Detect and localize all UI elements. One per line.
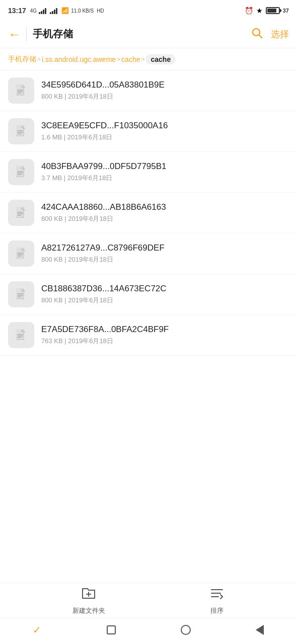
- hd-label: HD: [97, 8, 104, 14]
- battery-level: 37: [283, 8, 289, 14]
- file-icon-wrap: [8, 200, 34, 226]
- list-item[interactable]: CB1886387D36...14A673EC72C 800 KB | 2019…: [0, 274, 297, 315]
- new-folder-button[interactable]: 新建文件夹: [72, 586, 105, 615]
- breadcrumb-item-1[interactable]: i.ss.android.ugc.aweme: [42, 55, 116, 63]
- file-name: A821726127A9...C8796F69DEF: [41, 243, 289, 253]
- file-icon-wrap: [8, 240, 34, 267]
- file-icon: [14, 206, 28, 220]
- file-icon: [14, 287, 28, 301]
- file-meta: 800 KB | 2019年6月18日: [41, 255, 289, 264]
- file-name: 3C8EEA9E5CFD...F1035000A16: [41, 121, 289, 131]
- list-item[interactable]: 3C8EEA9E5CFD...F1035000A16 1.6 MB | 2019…: [0, 111, 297, 152]
- sort-label: 排序: [210, 606, 224, 615]
- sort-icon: [209, 586, 225, 604]
- list-item[interactable]: 424CAAA18860...AB18B6A6163 800 KB | 2019…: [0, 193, 297, 233]
- back-triangle-icon: [256, 625, 264, 635]
- file-info: 34E5956D641D...05A83801B9E 800 KB | 2019…: [41, 80, 289, 101]
- file-icon: [14, 165, 28, 179]
- toolbar: ← 手机存储 选择: [0, 20, 297, 48]
- breadcrumb-sep-1: >: [117, 56, 120, 63]
- search-icon: [251, 27, 263, 39]
- file-name: 34E5956D641D...05A83801B9E: [41, 80, 289, 90]
- file-icon-wrap: [8, 118, 34, 144]
- status-icons: ⏰ ★ 37: [245, 7, 289, 15]
- breadcrumb-item-0[interactable]: 手机存储: [8, 55, 36, 64]
- check-icon: ✓: [33, 624, 41, 636]
- file-icon: [14, 247, 28, 261]
- status-time: 13:17 4G 📶 11.0 KB/S HD: [8, 7, 104, 15]
- file-info: 40B3FBAA9799...0DF5D7795B1 3.7 MB | 2019…: [41, 162, 289, 183]
- select-button[interactable]: 选择: [271, 28, 289, 40]
- sort-button[interactable]: 排序: [209, 586, 225, 615]
- alarm-icon: ⏰: [245, 7, 253, 15]
- svg-point-0: [253, 29, 260, 36]
- nav-check-button[interactable]: ✓: [30, 622, 45, 637]
- new-folder-label: 新建文件夹: [72, 606, 105, 615]
- file-icon-wrap: [8, 281, 34, 307]
- search-button[interactable]: [251, 27, 263, 42]
- file-list: 34E5956D641D...05A83801B9E 800 KB | 2019…: [0, 70, 297, 583]
- page-title: 手机存储: [33, 27, 251, 41]
- back-button[interactable]: ←: [8, 28, 21, 41]
- file-name: 40B3FBAA9799...0DF5D7795B1: [41, 162, 289, 172]
- list-item[interactable]: 34E5956D641D...05A83801B9E 800 KB | 2019…: [0, 70, 297, 111]
- svg-line-1: [259, 35, 262, 38]
- nav-bar: ✓: [0, 618, 297, 644]
- bluetooth-icon: ★: [256, 7, 263, 15]
- file-icon-wrap: [8, 322, 34, 348]
- toolbar-divider: [26, 27, 27, 41]
- file-info: 424CAAA18860...AB18B6A6163 800 KB | 2019…: [41, 202, 289, 223]
- file-name: CB1886387D36...14A673EC72C: [41, 284, 289, 294]
- file-icon: [14, 124, 28, 138]
- nav-home-button[interactable]: [178, 622, 193, 637]
- file-meta: 763 KB | 2019年6月18日: [41, 337, 289, 346]
- file-info: E7A5DE736F8A...0BFA2C4BF9F 763 KB | 2019…: [41, 325, 289, 346]
- status-bar: 13:17 4G 📶 11.0 KB/S HD ⏰ ★ 37: [0, 0, 297, 20]
- breadcrumb: 手机存储 > i.ss.android.ugc.aweme > cache > …: [0, 48, 297, 70]
- file-name: 424CAAA18860...AB18B6A6163: [41, 202, 289, 212]
- breadcrumb-item-3[interactable]: cache: [145, 54, 176, 64]
- wifi-icon: 📶: [61, 7, 69, 14]
- file-meta: 800 KB | 2019年6月18日: [41, 296, 289, 305]
- file-info: 3C8EEA9E5CFD...F1035000A16 1.6 MB | 2019…: [41, 121, 289, 142]
- file-meta: 800 KB | 2019年6月18日: [41, 214, 289, 223]
- breadcrumb-item-2[interactable]: cache: [121, 55, 140, 63]
- bottom-bar: 新建文件夹 排序: [0, 583, 297, 618]
- file-name: E7A5DE736F8A...0BFA2C4BF9F: [41, 325, 289, 335]
- network-indicator: 4G: [30, 8, 37, 14]
- signal-icon-2: [50, 7, 57, 14]
- file-meta: 800 KB | 2019年6月18日: [41, 92, 289, 101]
- file-meta: 3.7 MB | 2019年6月18日: [41, 174, 289, 183]
- file-icon-wrap: [8, 77, 34, 104]
- time-display: 13:17: [8, 7, 26, 15]
- file-info: CB1886387D36...14A673EC72C 800 KB | 2019…: [41, 284, 289, 305]
- data-speed: 11.0 KB/S: [71, 8, 94, 14]
- breadcrumb-sep-0: >: [37, 56, 41, 63]
- breadcrumb-sep-2: >: [141, 56, 144, 63]
- square-icon: [107, 625, 116, 634]
- circle-icon: [181, 625, 191, 635]
- signal-icon: [39, 7, 46, 14]
- file-icon: [14, 328, 28, 342]
- file-icon: [14, 84, 28, 98]
- file-meta: 1.6 MB | 2019年6月18日: [41, 133, 289, 142]
- list-item[interactable]: 40B3FBAA9799...0DF5D7795B1 3.7 MB | 2019…: [0, 152, 297, 193]
- new-folder-icon: [81, 586, 96, 604]
- battery-icon: 37: [266, 7, 289, 14]
- list-item[interactable]: E7A5DE736F8A...0BFA2C4BF9F 763 KB | 2019…: [0, 315, 297, 356]
- file-icon-wrap: [8, 159, 34, 185]
- nav-back-button[interactable]: [252, 622, 267, 637]
- nav-recent-button[interactable]: [104, 622, 119, 637]
- list-item[interactable]: A821726127A9...C8796F69DEF 800 KB | 2019…: [0, 233, 297, 274]
- file-info: A821726127A9...C8796F69DEF 800 KB | 2019…: [41, 243, 289, 264]
